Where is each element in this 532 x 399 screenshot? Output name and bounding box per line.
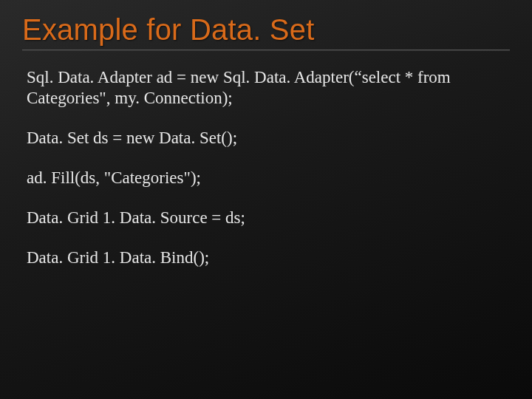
code-line-3: ad. Fill(ds, "Categories"); xyxy=(27,168,510,188)
slide: Example for Data. Set Sql. Data. Adapter… xyxy=(0,0,532,399)
title-divider xyxy=(22,50,510,51)
code-line-4: Data. Grid 1. Data. Source = ds; xyxy=(27,208,510,228)
code-line-5: Data. Grid 1. Data. Bind(); xyxy=(27,248,510,268)
slide-title: Example for Data. Set xyxy=(22,13,510,47)
code-line-1: Sql. Data. Adapter ad = new Sql. Data. A… xyxy=(27,67,510,109)
code-line-2: Data. Set ds = new Data. Set(); xyxy=(27,128,510,149)
slide-body: Sql. Data. Adapter ad = new Sql. Data. A… xyxy=(22,67,510,268)
